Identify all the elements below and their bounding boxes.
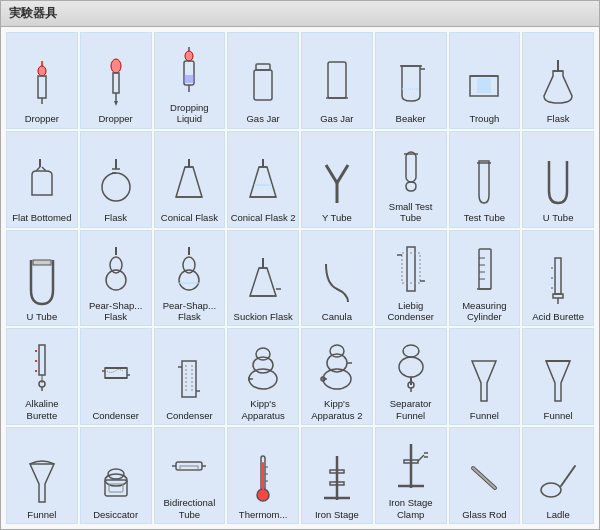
svg-rect-81 xyxy=(105,368,127,378)
item-dropper-1[interactable]: Dropper xyxy=(6,32,78,129)
item-beaker[interactable]: Beaker xyxy=(375,32,447,129)
svg-point-100 xyxy=(403,345,419,357)
item-condenser-2[interactable]: Condenser xyxy=(154,328,226,425)
item-trough[interactable]: Trough xyxy=(449,32,521,129)
item-glass-rod[interactable]: Glass Rod xyxy=(449,427,521,524)
svg-marker-7 xyxy=(114,101,118,106)
item-acid-burette[interactable]: Acid Burette xyxy=(522,230,594,327)
label-canula: Canula xyxy=(322,311,352,322)
item-u-tube-2[interactable]: U Tube xyxy=(6,230,78,327)
item-ladle[interactable]: Ladle xyxy=(522,427,594,524)
label-conical-flask-2: Conical Flask 2 xyxy=(231,212,296,223)
label-test-tube: Test Tube xyxy=(464,212,505,223)
svg-rect-11 xyxy=(184,75,194,83)
label-gas-jar-2: Gas Jar xyxy=(320,113,353,124)
label-funnel-3: Funnel xyxy=(27,509,56,520)
label-suckion-flask: Suckion Flask xyxy=(234,311,293,322)
item-flat-bottomed[interactable]: Flat Bottomed xyxy=(6,131,78,228)
label-small-test-tube: Small Test Tube xyxy=(378,201,444,224)
item-pear-shaped-1[interactable]: Pear-Shap... Flask xyxy=(80,230,152,327)
label-kipps-apparatus: Kipp's Apparatus xyxy=(230,398,296,421)
label-condenser-1: Condenser xyxy=(92,410,138,421)
label-funnel-1: Funnel xyxy=(470,410,499,421)
item-kipps-apparatus[interactable]: Kipp's Apparatus xyxy=(227,328,299,425)
svg-point-132 xyxy=(541,483,561,497)
item-iron-stage[interactable]: Iron Stage xyxy=(301,427,373,524)
item-bidirectional-tube[interactable]: Bidirectional Tube xyxy=(154,427,226,524)
item-gas-jar-2[interactable]: Gas Jar xyxy=(301,32,373,129)
label-pear-shaped-1: Pear-Shap... Flask xyxy=(83,300,149,323)
label-bidirectional-tube: Bidirectional Tube xyxy=(157,497,223,520)
label-separator-funnel: Separator Funnel xyxy=(378,398,444,421)
svg-rect-66 xyxy=(555,258,561,294)
item-y-tube[interactable]: Y Tube xyxy=(301,131,373,228)
item-measuring-cylinder[interactable]: Measuring Cylinder xyxy=(449,230,521,327)
svg-rect-15 xyxy=(328,62,346,98)
item-gas-jar-1[interactable]: Gas Jar xyxy=(227,32,299,129)
label-alkaline-burette: Alkaline Burette xyxy=(9,398,75,421)
item-kipps-apparatus-2[interactable]: Kipp's Apparatus 2 xyxy=(301,328,373,425)
label-kipps-apparatus-2: Kipp's Apparatus 2 xyxy=(304,398,370,421)
svg-point-89 xyxy=(249,369,277,389)
item-separator-funnel[interactable]: Separator Funnel xyxy=(375,328,447,425)
title-text: 実験器具 xyxy=(9,6,57,20)
svg-point-96 xyxy=(330,345,344,357)
svg-rect-44 xyxy=(33,260,51,265)
svg-rect-57 xyxy=(402,253,420,283)
label-conical-flask: Conical Flask xyxy=(161,212,218,223)
item-test-tube[interactable]: Test Tube xyxy=(449,131,521,228)
item-grid: Dropper Dropper Dropping Liquid xyxy=(1,27,599,529)
svg-point-101 xyxy=(399,357,423,377)
item-funnel-2[interactable]: Funnel xyxy=(522,328,594,425)
item-funnel-1[interactable]: Funnel xyxy=(449,328,521,425)
item-suckion-flask[interactable]: Suckion Flask xyxy=(227,230,299,327)
svg-rect-84 xyxy=(182,361,196,397)
label-beaker: Beaker xyxy=(396,113,426,124)
svg-line-131 xyxy=(473,468,495,488)
label-condenser-2: Condenser xyxy=(166,410,212,421)
label-iron-stage: Iron Stage xyxy=(315,509,359,520)
item-conical-flask[interactable]: Conical Flask xyxy=(154,131,226,228)
item-u-tube-1[interactable]: U Tube xyxy=(522,131,594,228)
svg-point-115 xyxy=(257,489,269,501)
svg-rect-21 xyxy=(477,78,491,93)
item-thermometer[interactable]: Thermom... xyxy=(227,427,299,524)
label-liebig-condenser: Liebig Condenser xyxy=(378,300,444,323)
svg-rect-56 xyxy=(407,247,415,291)
label-gas-jar-1: Gas Jar xyxy=(246,113,279,124)
item-desiccator[interactable]: Desiccator xyxy=(80,427,152,524)
label-measuring-cylinder: Measuring Cylinder xyxy=(452,300,518,323)
svg-line-40 xyxy=(337,165,348,183)
item-small-test-tube[interactable]: Small Test Tube xyxy=(375,131,447,228)
svg-point-91 xyxy=(256,348,270,360)
svg-point-1 xyxy=(38,66,46,76)
label-u-tube-1: U Tube xyxy=(543,212,574,223)
label-ladle: Ladle xyxy=(547,509,570,520)
svg-point-9 xyxy=(185,51,193,61)
label-thermometer: Thermom... xyxy=(239,509,288,520)
item-flask-1[interactable]: Flask xyxy=(522,32,594,129)
item-conical-flask-2[interactable]: Conical Flask 2 xyxy=(227,131,299,228)
item-alkaline-burette[interactable]: Alkaline Burette xyxy=(6,328,78,425)
label-acid-burette: Acid Burette xyxy=(532,311,584,322)
item-iron-stage-clamp[interactable]: Iron Stage Clamp xyxy=(375,427,447,524)
item-dropper-2[interactable]: Dropper xyxy=(80,32,152,129)
label-dropper-2: Dropper xyxy=(98,113,132,124)
item-liebig-condenser[interactable]: Liebig Condenser xyxy=(375,230,447,327)
label-glass-rod: Glass Rod xyxy=(462,509,506,520)
item-dropping-liquid[interactable]: Dropping Liquid xyxy=(154,32,226,129)
item-funnel-3[interactable]: Funnel xyxy=(6,427,78,524)
svg-line-133 xyxy=(561,466,575,486)
item-pear-shaped-2[interactable]: Pear-Shap... Flask xyxy=(154,230,226,327)
label-dropping-liquid: Dropping Liquid xyxy=(157,102,223,125)
item-flask-2[interactable]: Flask xyxy=(80,131,152,228)
label-desiccator: Desiccator xyxy=(93,509,138,520)
svg-line-39 xyxy=(326,165,337,183)
label-flask-2: Flask xyxy=(104,212,127,223)
label-trough: Trough xyxy=(470,113,500,124)
svg-rect-41 xyxy=(406,152,416,182)
item-condenser-1[interactable]: Condenser xyxy=(80,328,152,425)
label-iron-stage-clamp: Iron Stage Clamp xyxy=(378,497,444,520)
item-canula[interactable]: Canula xyxy=(301,230,373,327)
label-u-tube-2: U Tube xyxy=(27,311,58,322)
